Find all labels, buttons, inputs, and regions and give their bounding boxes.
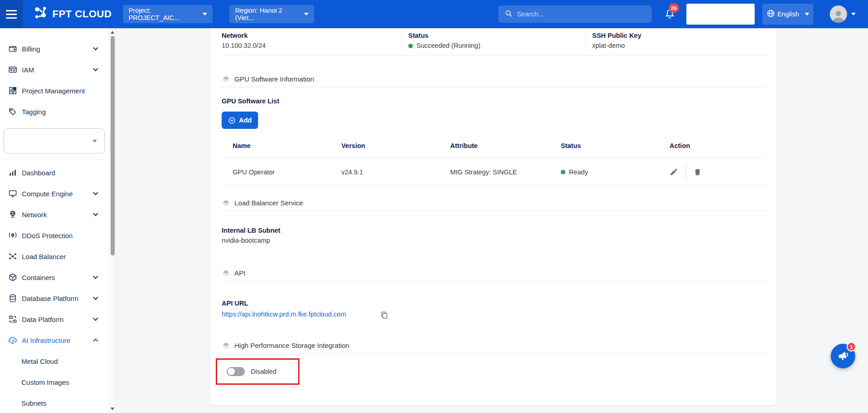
hpsi-toggle-switch-off[interactable]	[227, 367, 245, 376]
fpt-cloud-logo[interactable]: FPT CLOUD	[33, 5, 112, 23]
api-url-label: API URL	[222, 300, 766, 307]
sidebar-project-select[interactable]	[4, 128, 105, 153]
sidebar-item-label: Dashboard	[22, 169, 55, 177]
main-content-area: Network 10.100.32.0/24 Status Succeeded …	[116, 28, 868, 413]
sidebar-subitem-subnets[interactable]: Subnets	[0, 393, 109, 413]
nodes-icon	[8, 252, 17, 261]
cell-action	[670, 164, 766, 180]
navbar-widget-placeholder[interactable]	[686, 4, 755, 25]
col-header-version: Version	[341, 142, 450, 149]
copy-api-url-button[interactable]	[380, 311, 388, 320]
user-avatar[interactable]	[830, 5, 847, 23]
delete-button[interactable]	[693, 168, 702, 176]
language-label: English	[777, 10, 799, 18]
status-dot-green	[561, 170, 565, 174]
api-url-link[interactable]: https://api.lnohtkcw.prd.m.fke.fptcloud.…	[222, 310, 358, 320]
gpu-software-list-label: GPU Software List	[222, 97, 766, 105]
section-high-performance-storage: High Performance Storage Integration	[222, 341, 766, 350]
app-window: FPT CLOUD Project: PROJECT_AIC... Region…	[0, 0, 868, 413]
project-selector[interactable]: Project: PROJECT_AIC...	[123, 5, 213, 23]
layers-icon	[222, 269, 230, 277]
announcement-count-badge: 1	[847, 342, 856, 352]
section-divider	[222, 211, 766, 211]
search-input[interactable]	[517, 10, 645, 18]
sidebar-item-compute-engine[interactable]: Compute Engine	[0, 183, 109, 204]
col-header-action: Action	[670, 142, 766, 149]
sidebar-subitem-custom-images[interactable]: Custom Images	[0, 372, 109, 393]
chevron-down-icon	[93, 45, 98, 50]
globe-icon	[766, 9, 775, 19]
action-divider	[685, 164, 686, 180]
ssh-key-value: xplat-demo	[592, 42, 762, 50]
notifications-button[interactable]: 26	[664, 8, 676, 20]
database-icon	[8, 294, 17, 303]
copy-icon	[380, 311, 388, 320]
scrollbar-down-arrow[interactable]	[111, 408, 114, 410]
section-divider	[222, 281, 766, 281]
globe-stand-icon	[8, 210, 17, 219]
hamburger-menu-button[interactable]	[0, 0, 23, 28]
network-value: 10.100.32.0/24	[222, 42, 397, 50]
plus-circle-icon	[228, 117, 236, 124]
global-search	[498, 5, 652, 23]
project-selector-label: Project: PROJECT_AIC...	[128, 7, 196, 21]
sidebar-item-label: Metal Cloud	[21, 357, 58, 365]
sidebar-subitem-metal-cloud[interactable]: Metal Cloud	[0, 351, 109, 372]
chevron-down-icon	[92, 140, 97, 143]
sidebar-item-project-management[interactable]: Project Management	[0, 80, 109, 101]
sidebar-item-label: Project Management	[22, 87, 85, 95]
cell-version: v24.9.1	[341, 168, 450, 176]
table-row: GPU Operator v24.9.1 MIG Strategy: SINGL…	[222, 158, 766, 186]
data-blocks-icon	[8, 315, 17, 324]
cluster-info-row: Network 10.100.32.0/24 Status Succeeded …	[222, 28, 766, 56]
bar-chart-icon	[8, 168, 17, 177]
fpt-molecule-icon	[33, 5, 49, 23]
sidebar-item-label: Load Balancer	[22, 253, 66, 260]
monitor-icon	[8, 189, 17, 198]
cube-icon	[8, 273, 17, 282]
sidebar-item-containers[interactable]: Containers	[0, 267, 109, 288]
sidebar-item-load-balancer[interactable]: Load Balancer	[0, 246, 109, 267]
network-label: Network	[222, 32, 397, 40]
section-title: Load Balancer Service	[234, 199, 303, 207]
sidebar-item-label: DDoS Protection	[22, 232, 73, 240]
sidebar-item-iam[interactable]: IAM	[0, 59, 109, 80]
sidebar-item-label: Database Platform	[22, 295, 78, 302]
sidebar-item-label: Containers	[22, 274, 55, 281]
notification-count-badge: 26	[669, 3, 679, 13]
language-selector[interactable]: English	[762, 4, 813, 25]
announcements-floating-button[interactable]: 1	[831, 344, 855, 368]
scrollbar-thumb[interactable]	[111, 36, 115, 255]
scrollbar-up-arrow[interactable]	[111, 31, 114, 34]
add-gpu-software-button[interactable]: Add	[222, 112, 258, 129]
sidebar-item-dashboard[interactable]: Dashboard	[0, 162, 109, 183]
hpsi-toggle-label: Disabled	[251, 368, 276, 375]
sidebar-item-ddos-protection[interactable]: DDoS Protection	[0, 225, 109, 246]
sidebar-scrollbar[interactable]	[109, 28, 115, 413]
avatar-chevron-down-icon[interactable]	[851, 13, 856, 15]
trash-icon	[693, 168, 702, 176]
sidebar-item-data-platform[interactable]: Data Platform	[0, 309, 109, 330]
edit-button[interactable]	[670, 168, 678, 176]
region-selector[interactable]: Region: Hanoi 2 (Viet...	[229, 5, 314, 23]
sidebar-item-database-platform[interactable]: Database Platform	[0, 288, 109, 309]
internal-lb-subnet-label: Internal LB Subnet	[222, 227, 766, 235]
status-label: Status	[408, 32, 581, 40]
region-selector-label: Region: Hanoi 2 (Viet...	[235, 7, 298, 21]
top-navbar: FPT CLOUD Project: PROJECT_AIC... Region…	[0, 0, 868, 28]
section-title: GPU Software Information	[234, 75, 314, 83]
sidebar-item-label: AI Infrastructure	[22, 337, 71, 344]
sidebar-item-billing[interactable]: Billing	[0, 38, 109, 59]
sidebar-item-ai-infrastructure[interactable]: AI Infrastructure	[0, 330, 109, 351]
hpsi-toggle-highlight-box: Disabled	[216, 358, 299, 385]
sidebar-item-network[interactable]: Network	[0, 204, 109, 225]
chevron-down-icon	[805, 13, 809, 15]
api-url-row: https://api.lnohtkcw.prd.m.fke.fptcloud.…	[222, 310, 766, 320]
sidebar-item-tagging[interactable]: Tagging	[0, 101, 109, 122]
status-field: Status Succeeded (Running)	[401, 32, 585, 50]
megaphone-icon	[835, 348, 850, 363]
cell-status: Ready	[561, 168, 670, 176]
sidebar-item-label: Billing	[22, 45, 40, 53]
ssh-key-field: SSH Public Key xplat-demo	[585, 32, 766, 50]
person-icon	[831, 9, 846, 23]
